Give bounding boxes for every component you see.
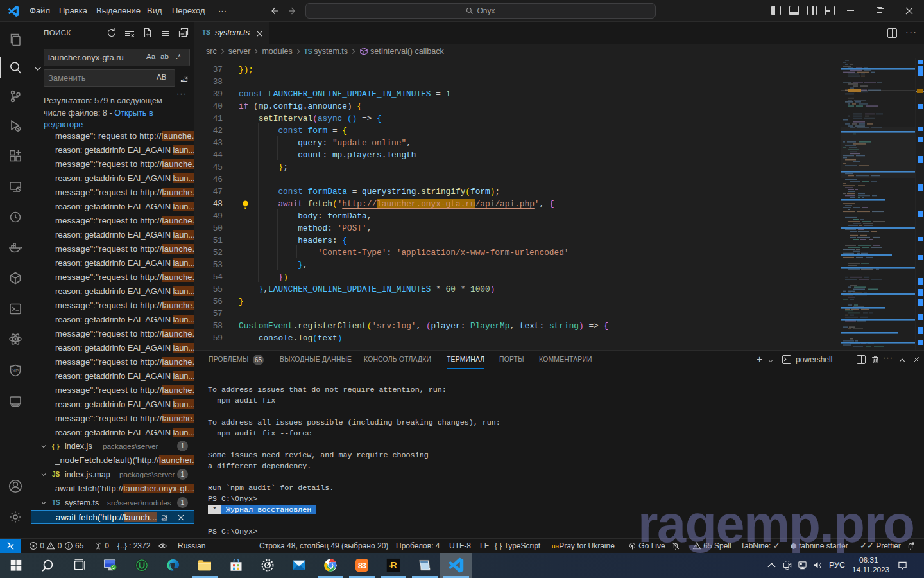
svg-text:ab: ab (181, 78, 185, 82)
svg-text:R: R (390, 560, 397, 570)
svg-text:XP: XP (12, 368, 19, 374)
svg-text:83: 83 (358, 561, 366, 570)
svg-text:ab: ab (162, 517, 166, 521)
